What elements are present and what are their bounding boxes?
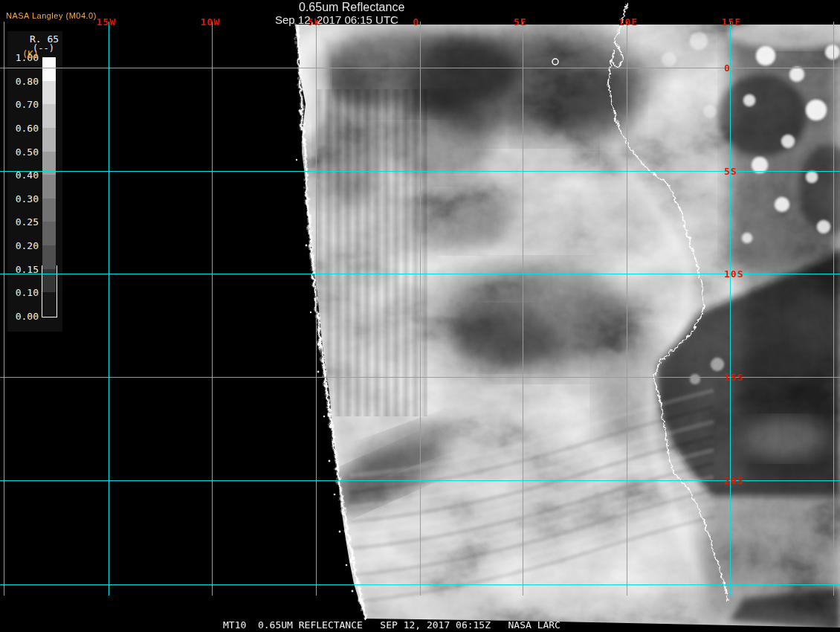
colorbar-unit-k: (K)	[22, 49, 39, 59]
satellite-product-window: R. 65 (--) (K) 1.000.800.700.600.500.400…	[0, 0, 840, 632]
colorbar-tick-label: 0.20	[9, 241, 39, 251]
colorbar-tick-label: 0.80	[9, 76, 39, 86]
datetime-text: Sep 12, 2017 06:15 UTC	[275, 13, 398, 26]
cloud-field	[286, 19, 840, 632]
satellite-image	[0, 0, 840, 632]
colorbar-tick-label: 0.40	[9, 170, 39, 180]
colorbar-lower-outline	[42, 265, 57, 317]
footer-caption: MT10 0.65UM REFLECTANCE SEP 12, 2017 06:…	[223, 619, 560, 631]
colorbar-tick-label: 0.50	[9, 146, 39, 156]
colorbar: R. 65 (--) (K) 1.000.800.700.600.500.400…	[7, 31, 62, 332]
colorbar-tick-label: 0.30	[9, 193, 39, 203]
credit-text: NASA Langley (M04.0)	[6, 11, 97, 20]
page-title: 0.65um Reflectance	[299, 1, 404, 14]
colorbar-tick-label: 0.10	[9, 288, 39, 297]
colorbar-tick-label: 0.70	[9, 100, 39, 109]
colorbar-tick-label: 0.60	[9, 123, 39, 132]
colorbar-tick-label: 0.25	[9, 217, 39, 227]
colorbar-tick-label: 0.00	[9, 312, 39, 321]
colorbar-tick-label: 0.15	[9, 264, 39, 274]
